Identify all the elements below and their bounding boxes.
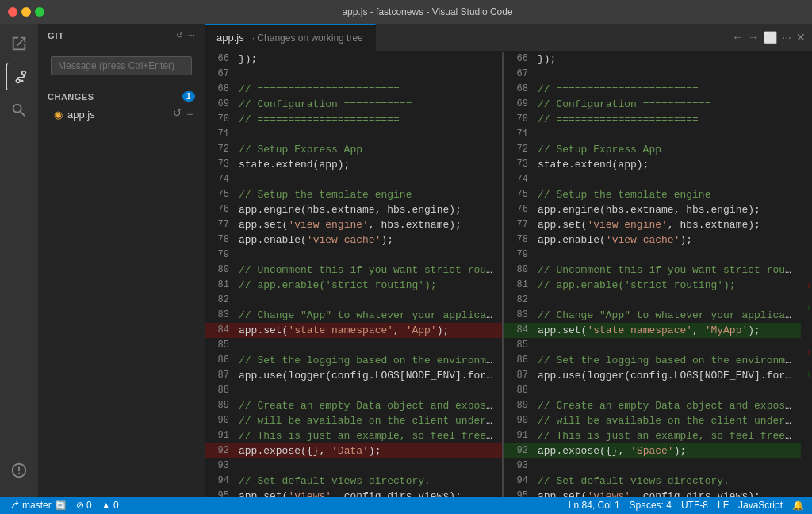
code-line-89: 89// Create an empty Data object and exp… <box>205 398 502 413</box>
search-icon[interactable] <box>6 97 33 124</box>
line-number: 91 <box>510 428 538 443</box>
status-bar: ⎇ master 🔄 ⊘ 0 ▲ 0 Ln 84, Col 1 Spaces: … <box>0 497 812 514</box>
line-number: 72 <box>211 142 239 157</box>
code-line-87: 87app.use(logger(config.LOGS[NODE_ENV].f… <box>205 368 502 383</box>
file-item-app-js[interactable]: ◉ app.js ↺ ＋ <box>38 105 205 124</box>
minimize-button[interactable] <box>21 7 31 17</box>
code-line-78: 78app.enable('view cache'); <box>504 232 801 247</box>
stage-icon[interactable]: ＋ <box>185 107 195 121</box>
refresh-icon[interactable]: ↺ <box>176 30 183 40</box>
line-content: // app.enable('strict routing'); <box>538 278 795 293</box>
line-content: app.set('views', config.dirs.views); <box>239 489 496 497</box>
file-actions: ↺ ＋ <box>173 107 195 121</box>
split-editor-icon[interactable]: ⬜ <box>764 31 777 44</box>
close-button[interactable] <box>8 7 17 17</box>
line-content: }); <box>239 52 496 67</box>
more-actions-icon[interactable]: ··· <box>782 31 791 44</box>
code-line-87: 87app.use(logger(config.LOGS[NODE_ENV].f… <box>504 368 801 383</box>
warnings-status[interactable]: ▲ 0 <box>102 500 119 511</box>
line-ending-info[interactable]: LF <box>718 500 729 511</box>
nav-back-icon[interactable]: ← <box>732 31 743 44</box>
line-number: 66 <box>510 52 538 67</box>
tab-app-js[interactable]: app.js · Changes on working tree <box>205 24 376 52</box>
errors-status[interactable]: ⊘ 0 <box>76 500 92 511</box>
line-number: 90 <box>211 413 239 428</box>
line-number: 85 <box>211 338 239 353</box>
line-number: 81 <box>510 278 538 293</box>
line-number: 72 <box>510 142 538 157</box>
code-line-88: 88 <box>205 383 502 398</box>
code-line-67: 67 <box>205 67 502 82</box>
line-content: // will be available on the client under… <box>538 413 795 428</box>
maximize-button[interactable] <box>35 7 44 17</box>
line-number: 92 <box>510 443 538 458</box>
line-number: 94 <box>211 474 239 489</box>
code-line-91: 91// This is just an example, so feel fr… <box>205 428 502 443</box>
code-line-66: 66}); <box>205 52 502 67</box>
line-number: 87 <box>510 368 538 383</box>
code-line-93: 93 <box>205 458 502 474</box>
line-content: app.set('state namespace', 'MyApp'); <box>538 323 795 338</box>
code-line-71: 71 <box>205 127 502 142</box>
code-line-73: 73state.extend(app); <box>504 157 801 172</box>
code-line-95: 95app.set('views', config.dirs.views); <box>504 489 801 497</box>
line-content: state.extend(app); <box>239 157 496 172</box>
code-line-84: 84app.set('state namespace', 'App'); <box>205 323 502 338</box>
line-number: 92 <box>211 443 239 458</box>
window-controls[interactable] <box>8 7 44 17</box>
branch-status[interactable]: ⎇ master 🔄 <box>8 500 67 511</box>
more-icon[interactable]: ··· <box>188 30 195 40</box>
errors-text: ⊘ 0 <box>76 500 92 511</box>
code-container-right[interactable]: 66});6768// =======================69// … <box>504 52 801 497</box>
code-line-85: 85 <box>205 338 502 353</box>
line-number: 77 <box>510 217 538 232</box>
tab-bar: app.js · Changes on working tree ← → ⬜ ·… <box>205 24 812 52</box>
line-number: 89 <box>211 398 239 413</box>
changes-header: CHANGES 1 <box>38 88 205 105</box>
line-number: 70 <box>510 112 538 127</box>
line-content: app.set('state namespace', 'App'); <box>239 323 496 338</box>
explorer-icon[interactable] <box>6 30 33 57</box>
code-line-81: 81// app.enable('strict routing'); <box>205 278 502 293</box>
minimap <box>801 52 812 497</box>
code-line-88: 88 <box>504 383 801 398</box>
code-line-79: 79 <box>504 247 801 263</box>
line-content: // Setup Express App <box>538 142 795 157</box>
line-content: app.expose({}, 'Space'); <box>538 443 795 458</box>
line-content: // Configuration =========== <box>538 97 795 112</box>
code-line-80: 80// Uncomment this if you want strict r… <box>504 263 801 278</box>
spaces-info[interactable]: Spaces: 4 <box>630 500 672 511</box>
language-info[interactable]: JavaScript <box>738 500 783 511</box>
revert-icon[interactable]: ↺ <box>173 107 182 121</box>
line-number: 95 <box>211 489 239 497</box>
extensions-icon[interactable] <box>6 457 33 484</box>
commit-message-input[interactable] <box>51 56 192 75</box>
nav-forward-icon[interactable]: → <box>748 31 759 44</box>
code-line-69: 69// Configuration =========== <box>504 97 801 112</box>
line-number: 78 <box>510 232 538 247</box>
code-line-74: 74 <box>504 172 801 187</box>
code-container-left[interactable]: 66});6768// =======================69// … <box>205 52 502 497</box>
cursor-position[interactable]: Ln 84, Col 1 <box>569 500 620 511</box>
line-content: // Create an empty Data object and expos… <box>538 398 795 413</box>
changes-label: CHANGES <box>48 92 94 102</box>
code-line-77: 77app.set('view engine', hbs.extname); <box>504 217 801 232</box>
code-line-84: 84app.set('state namespace', 'MyApp'); <box>504 323 801 338</box>
code-line-75: 75// Setup the template engine <box>504 187 801 202</box>
file-icon: ◉ <box>54 109 63 121</box>
source-control-icon[interactable] <box>6 63 33 90</box>
line-number: 77 <box>211 217 239 232</box>
code-line-76: 76app.engine(hbs.extname, hbs.engine); <box>205 202 502 217</box>
git-actions: ↺ ··· <box>176 30 195 40</box>
changes-badge: 1 <box>182 91 195 102</box>
code-line-77: 77app.set('view engine', hbs.extname); <box>205 217 502 232</box>
code-line-73: 73state.extend(app); <box>205 157 502 172</box>
close-panel-icon[interactable]: ✕ <box>796 31 806 44</box>
encoding-info[interactable]: UTF-8 <box>681 500 708 511</box>
line-content: app.enable('view cache'); <box>239 232 496 247</box>
sync-icon: 🔄 <box>55 500 67 511</box>
code-line-80: 80// Uncomment this if you want strict r… <box>205 263 502 278</box>
code-line-72: 72// Setup Express App <box>504 142 801 157</box>
line-number: 85 <box>510 338 538 353</box>
line-number: 70 <box>211 112 239 127</box>
